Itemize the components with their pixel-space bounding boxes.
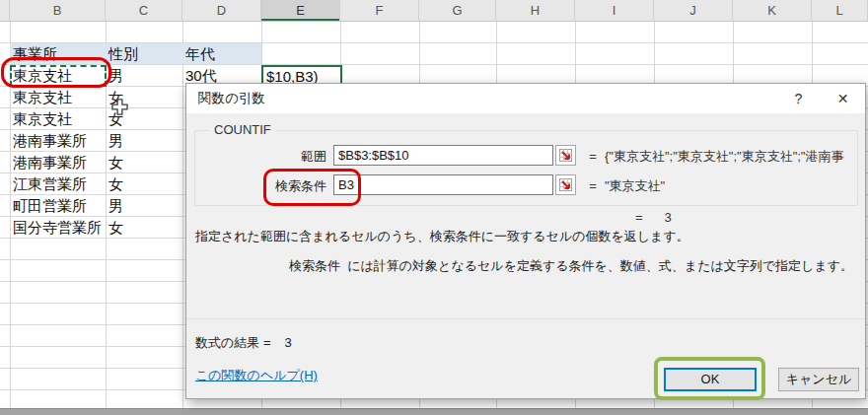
function-description: 指定された範囲に含まれるセルのうち、検索条件に一致するセルの個数を返します。 [195,228,689,245]
cell-b5[interactable]: 東京支社 [10,108,104,130]
dialog-help-icon[interactable]: ? [776,84,821,113]
range-arg-result: {"東京支社";"東京支社";"東京支社";"港南事 [605,146,861,167]
dialog-close-icon[interactable]: ✕ [821,84,865,113]
criteria-arg-result: "東京支社" [605,175,861,196]
column-header-i[interactable]: I [575,0,654,21]
range-arg-label: 範囲 [224,146,326,167]
formula-result-value: 3 [285,335,292,350]
column-header-b[interactable]: B [10,0,106,21]
cell-b6[interactable]: 港南事業所 [10,130,104,152]
header-cell-age[interactable]: 年代 [182,43,261,64]
cell-b8[interactable]: 江東営業所 [10,173,104,195]
column-header-k[interactable]: K [733,0,812,21]
cell-c10[interactable]: 女 [106,217,181,239]
cancel-button[interactable]: キャンセル [778,368,859,391]
column-header-g[interactable]: G [419,0,496,21]
column-header-l[interactable]: L [812,0,868,21]
column-header-strip: B C D E F G H I J K L [0,0,868,22]
formula-result-line: 数式の結果 =3 [195,334,292,352]
cell-c9[interactable]: 男 [106,195,181,217]
argument-hint: 検索条件 には計算の対象となるセルを定義する条件を、数値、式、または文字列で指定… [285,257,853,275]
dialog-titlebar[interactable]: 関数の引数 ? ✕ [186,84,865,113]
green-highlight-annotation-ok [654,357,765,400]
equals-sign: = [586,146,600,167]
range-arg-input[interactable] [333,145,553,166]
cell-c7[interactable]: 女 [106,152,181,173]
cell-b4[interactable]: 東京支社 [10,87,104,108]
range-selector-icon [559,149,572,162]
range-selector-icon [559,178,572,191]
cell-c6[interactable]: 男 [106,130,181,152]
column-header-e[interactable]: E [261,0,340,21]
argument-hint-label: 検索条件 [289,258,340,273]
function-name-label: COUNTIF [209,122,276,137]
cell-c3[interactable]: 男 [106,65,181,87]
column-header-h[interactable]: H [496,0,575,21]
cell-b7[interactable]: 港南事業所 [10,152,104,173]
column-header-c[interactable]: C [106,0,182,21]
cell-b10[interactable]: 国分寺営業所 [10,217,104,239]
red-highlight-annotation-b3 [1,57,111,88]
evaluation-value: 3 [665,210,672,225]
column-header-j[interactable]: J [654,0,733,21]
cell-b9[interactable]: 町田営業所 [10,195,104,217]
equals-sign: = [635,210,643,225]
excel-cross-cursor-icon [110,98,129,116]
argument-hint-text: には計算の対象となるセルを定義する条件を、数値、式、または文字列で指定します。 [347,258,853,273]
column-header-f[interactable]: F [340,0,419,21]
equals-sign: = [586,175,600,196]
column-header-d[interactable]: D [182,0,261,21]
dialog-title: 関数の引数 [186,90,265,107]
range-selector-button[interactable] [555,145,576,166]
range-selector-button[interactable] [555,174,576,195]
formula-result-label: 数式の結果 = [195,335,271,350]
dialog-separator [186,318,865,319]
function-arguments-dialog: 関数の引数 ? ✕ COUNTIF 範囲 = {"東京支社";"東京支社";"東… [185,83,866,399]
red-highlight-annotation-criteria [263,169,361,206]
excel-window: B C D E F G H I J K L 事業所 性別 年代 東京支社 男 3… [0,0,868,415]
function-help-link[interactable]: この関数のヘルプ(H) [195,367,318,384]
window-bottom-edge [0,408,868,415]
criteria-arg-input[interactable] [333,174,553,195]
row-header-sliver [0,0,10,21]
formula-evaluation: = 3 [635,210,672,225]
header-cell-gender[interactable]: 性別 [106,43,182,64]
cell-c8[interactable]: 女 [106,173,181,195]
